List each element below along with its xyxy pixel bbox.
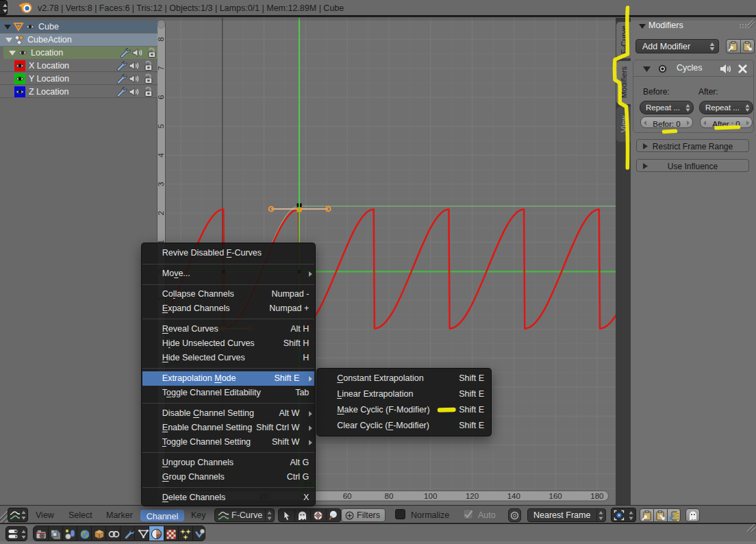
svg-text:80: 80	[385, 492, 394, 500]
svg-text:3: 3	[157, 182, 165, 186]
svg-text:140: 140	[507, 492, 520, 500]
svg-text:180: 180	[590, 492, 603, 500]
svg-text:4: 4	[157, 153, 165, 158]
svg-text:5: 5	[157, 124, 165, 128]
svg-text:7: 7	[157, 66, 165, 70]
svg-text:6: 6	[157, 95, 165, 99]
svg-text:100: 100	[424, 492, 437, 500]
svg-text:120: 120	[466, 492, 479, 500]
svg-text:2: 2	[157, 211, 165, 215]
svg-text:160: 160	[549, 492, 562, 500]
svg-text:60: 60	[343, 492, 352, 500]
svg-text:8: 8	[157, 37, 165, 41]
